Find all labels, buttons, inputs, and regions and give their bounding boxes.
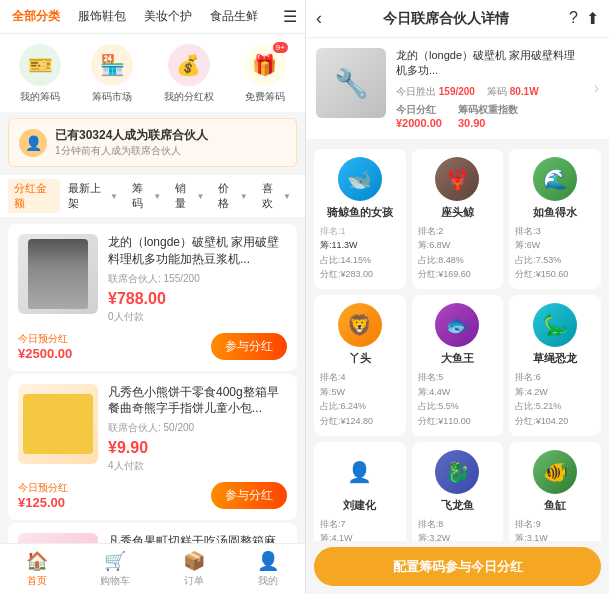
partner-stats-7: 排名:8 筹:3.2W 占比:3.97% 分红:¥79.40 [418,517,498,541]
chips-val-6: 筹:4.1W [320,531,353,541]
rank-label-8: 排名:9 [515,517,541,531]
free-chips-icon-item[interactable]: 🎁 9+ 免费筹码 [244,44,286,104]
partner-name-0: 骑鲸鱼的女孩 [327,205,393,220]
ratio-3: 占比:6.24% [320,399,366,413]
chips-stat: 筹码 80.1W [487,85,539,99]
filter-price[interactable]: 价格 ▼ [212,179,253,213]
partner-avatar-3: 🦁 [338,303,382,347]
home-icon: 🏠 [26,550,48,572]
partner-avatar-2: 🌊 [533,157,577,201]
home-label: 首页 [27,574,47,588]
dividend-1: 分红:¥169.60 [418,267,471,281]
product-info-2: 凡秀色果町切糕干吃汤圆整箱麻薯网红零食糯米团子夜宵充机... 联席合伙人: 26… [108,533,287,543]
partner-name-7: 飞龙鱼 [441,498,474,513]
featured-product-info: 龙的（longde）破壁机 家用破壁料理机多功... 今日胜出 159/200 … [396,48,584,129]
filter-chips[interactable]: 筹码 ▼ [126,179,167,213]
partner-banner-sub: 1分钟前有人成为联席合伙人 [55,144,286,158]
cart-icon: 🛒 [104,550,126,572]
nav-item-food[interactable]: 食品生鲜 [206,6,262,27]
chips-market-circle: 🏪 [91,44,133,86]
product-sold-0: 0人付款 [108,310,287,324]
filter-like[interactable]: 喜欢 ▼ [256,179,297,213]
chips-val-0: 筹:11.3W [320,238,358,252]
partner-card-0: 🐋 骑鲸鱼的女孩 排名:1 筹:11.3W 占比:14.15% 分红:¥283.… [314,149,406,290]
partner-banner-icon: 👤 [19,129,47,157]
bottom-nav-order[interactable]: 📦 订单 [183,550,205,588]
dividend-rights-label: 我的分红权 [164,90,214,104]
product-list: 龙的（longde）破壁机 家用破壁料理机多功能加热豆浆机... 联席合伙人: … [0,217,305,543]
profile-icon: 👤 [257,550,279,572]
bottom-nav-profile[interactable]: 👤 我的 [257,550,279,588]
rank-label-0: 排名:1 [320,224,346,238]
today-sales-val: 159/200 [439,86,475,97]
ratio-4: 占比:5.5% [418,399,459,413]
chip-index-label: 筹码权重指数 [458,103,518,117]
nav-item-clothing[interactable]: 服饰鞋包 [74,6,130,27]
partner-avatar-0: 🐋 [338,157,382,201]
partner-card-7: 🐉 飞龙鱼 排名:8 筹:3.2W 占比:3.97% 分红:¥79.40 [412,442,504,541]
rank-label-1: 排名:2 [418,224,444,238]
chip-index-val: 30.90 [458,117,486,129]
nav-item-all[interactable]: 全部分类 [8,6,64,27]
partners-grid: 🐋 骑鲸鱼的女孩 排名:1 筹:11.3W 占比:14.15% 分红:¥283.… [306,143,609,541]
today-dividend-val: ¥2000.00 [396,117,442,129]
partner-avatar-7: 🐉 [435,450,479,494]
chips-val-4: 筹:4.4W [418,385,451,399]
partner-stats-1: 排名:2 筹:6.8W 占比:8.48% 分红:¥169.60 [418,224,498,282]
profile-label: 我的 [258,574,278,588]
filter-bar: 分红金额 最新上架 ▼ 筹码 ▼ 销量 ▼ 价格 ▼ 喜欢 ▼ [0,175,305,217]
filter-dividend[interactable]: 分红金额 [8,179,60,213]
cart-label: 购物车 [100,574,130,588]
bottom-nav: 🏠 首页 🛒 购物车 📦 订单 👤 我的 [0,543,305,594]
partner-stats-8: 排名:9 筹:3.1W 占比:3.85% 分红:¥77.00 [515,517,595,541]
right-header: ‹ 今日联席合伙人详情 ? ⬆ [306,0,609,38]
partner-card-1: 🦞 座头鲸 排名:2 筹:6.8W 占比:8.48% 分红:¥169.60 [412,149,504,290]
order-label: 订单 [184,574,204,588]
bottom-nav-cart[interactable]: 🛒 购物车 [100,550,130,588]
help-icon[interactable]: ? [569,9,578,28]
filter-latest[interactable]: 最新上架 ▼ [62,179,123,213]
nav-item-beauty[interactable]: 美妆个护 [140,6,196,27]
chips-market-icon-item[interactable]: 🏪 筹码市场 [91,44,133,104]
back-button[interactable]: ‹ [316,8,322,29]
chips-market-label: 筹码市场 [92,90,132,104]
partner-name-8: 鱼缸 [544,498,566,513]
dividend-info-0: 今日预分红 ¥2500.00 [18,332,72,361]
featured-product-image: 🔧 [316,48,386,118]
today-dividend-price: 今日分红 ¥2000.00 [396,103,442,129]
right-panel: ‹ 今日联席合伙人详情 ? ⬆ 🔧 龙的（longde）破壁机 家用破壁料理机多… [305,0,609,594]
top-nav: 全部分类 服饰鞋包 美妆个护 食品生鲜 ☰ [0,0,305,34]
menu-icon[interactable]: ☰ [283,7,297,26]
product-price-1: ¥9.90 [108,439,287,457]
bottom-nav-home[interactable]: 🏠 首页 [26,550,48,588]
partner-card-8: 🐠 鱼缸 排名:9 筹:3.1W 占比:3.85% 分红:¥77.00 [509,442,601,541]
share-icon[interactable]: ⬆ [586,9,599,28]
product-price-0: ¥788.00 [108,290,287,308]
partner-card-5: 🦕 草绳恐龙 排名:6 筹:4.2W 占比:5.21% 分红:¥104.20 [509,295,601,436]
rank-label-3: 排名:4 [320,370,346,384]
my-chips-icon-item[interactable]: 🎫 我的筹码 [19,44,61,104]
product-title-0: 龙的（longde）破壁机 家用破壁料理机多功能加热豆浆机... [108,234,287,268]
dividend-bottom-bar[interactable]: 配置筹码参与今日分红 [314,547,601,586]
product-meta-0: 联席合伙人: 155/200 [108,272,287,286]
partner-stats-2: 排名:3 筹:6W 占比:7.53% 分红:¥150.60 [515,224,595,282]
my-chips-label: 我的筹码 [20,90,60,104]
product-actions-1: 今日预分红 ¥125.00 参与分红 [18,481,287,510]
filter-sales[interactable]: 销量 ▼ [169,179,210,213]
product-image-2 [18,533,98,543]
today-sales-label: 今日胜出 [396,86,436,97]
rank-label-2: 排名:3 [515,224,541,238]
partner-stats-3: 排名:4 筹:5W 占比:6.24% 分红:¥124.80 [320,370,400,428]
partner-name-3: 丫头 [349,351,371,366]
join-btn-0[interactable]: 参与分红 [211,333,287,360]
product-meta-1: 联席合伙人: 50/200 [108,421,287,435]
join-btn-1[interactable]: 参与分红 [211,482,287,509]
chips-val-1: 筹:6.8W [418,238,451,252]
partner-name-1: 座头鲸 [441,205,474,220]
chips-label: 筹码 [487,86,507,97]
product-info-0: 龙的（longde）破壁机 家用破壁料理机多功能加热豆浆机... 联席合伙人: … [108,234,287,324]
dividend-amount-1: ¥125.00 [18,495,68,510]
chips-val-3: 筹:5W [320,385,345,399]
chips-val-7: 筹:3.2W [418,531,451,541]
dividend-rights-icon-item[interactable]: 💰 我的分红权 [164,44,214,104]
